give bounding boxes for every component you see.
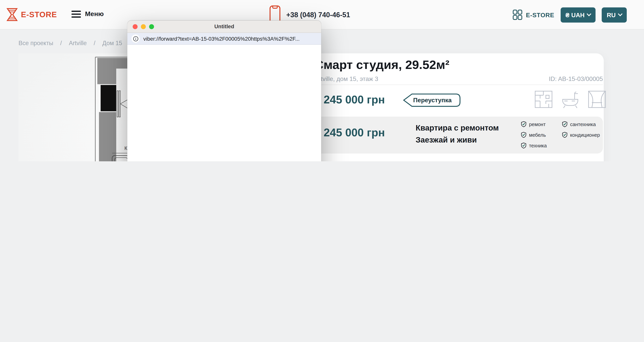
bathtub-icon [561,90,580,108]
currency-value: ₴ UAH [565,11,584,18]
detail-row-id: ID квартиры AB-15-03/00005 [311,159,603,161]
info-icon[interactable] [131,34,140,43]
page: E-STORE Меню +38 (048) 740-46-51 E-STORE [0,0,644,161]
check-shield-icon [521,121,526,127]
offer-description: Квартира с ремонтом Заезжай и живи [416,122,499,146]
header: E-STORE Меню +38 (048) 740-46-51 E-STORE [0,0,644,30]
product-id: ID: AB-15-03/00005 [549,75,603,82]
menu-button[interactable]: Меню [72,10,104,18]
breadcrumb-house-15[interactable]: Дом 15 [102,40,122,46]
window-minimize-button[interactable] [141,24,146,29]
feature-kondicioner: кондиционер [562,132,600,138]
window-title: Untitled [127,20,321,33]
language-select[interactable]: RU [602,7,627,22]
phone-number: +38 (048) 740-46-51 [286,11,350,19]
currency-select[interactable]: ₴ UAH [560,7,596,22]
breadcrumb: Все проекты / Artville / Дом 15 [18,40,122,46]
breadcrumb-separator: / [94,40,96,46]
window-close-button[interactable] [133,24,138,29]
details-table: ID квартиры AB-15-03/00005 Дом 15 Этаж 3… [311,159,603,161]
offer-line2: Заезжай и живи [416,134,499,146]
menu-label: Меню [85,10,104,18]
check-shield-icon [521,143,526,149]
feature-mebel: мебель [521,132,546,138]
viber-forward-window[interactable]: Untitled viber://forward?text=AB-15-03%2… [127,20,321,161]
window-urlbar[interactable]: viber://forward?text=AB-15-03%2F00005%20… [127,33,321,45]
breadcrumb-all-projects[interactable]: Все проекты [18,40,53,46]
chevron-down-icon [587,12,592,16]
logo-hourglass-icon [6,8,18,21]
logo[interactable]: E-STORE [6,8,57,21]
check-shield-icon [562,121,568,127]
chevron-down-icon [618,12,622,16]
window-url-text: viber://forward?text=AB-15-03%2F00005%20… [143,35,300,42]
offer-line1: Квартира с ремонтом [416,122,499,134]
language-value: RU [607,11,616,18]
resale-badge-label: Переуступка [413,96,452,103]
grid-icon [513,9,523,20]
breadcrumb-artville[interactable]: Artville [69,40,86,46]
divider [304,85,603,85]
feature-santehnika: сантехника [562,121,596,127]
page-title: Смарт студия, 29.52м² [315,58,450,72]
estore-nav-link[interactable]: E-STORE [513,9,554,20]
floorplan-icon [534,90,553,108]
window-titlebar[interactable]: Untitled [127,20,321,33]
window-zoom-button[interactable] [149,24,154,29]
breadcrumb-separator: / [60,40,62,46]
brand-name: E-STORE [21,10,57,19]
feature-remont: ремонт [521,121,546,127]
estore-nav-label: E-STORE [526,11,554,18]
check-shield-icon [521,132,526,138]
hamburger-icon [72,10,81,17]
check-shield-icon [562,132,568,138]
price-main: 245 000 грн [324,93,385,106]
offer-price: 245 000 грн [324,126,385,139]
curtains-icon [588,90,606,108]
product-subtitle: Artville, дом 15, этаж 3 [315,75,378,82]
window-body [127,45,321,161]
feature-tehnika: техника [521,143,547,149]
